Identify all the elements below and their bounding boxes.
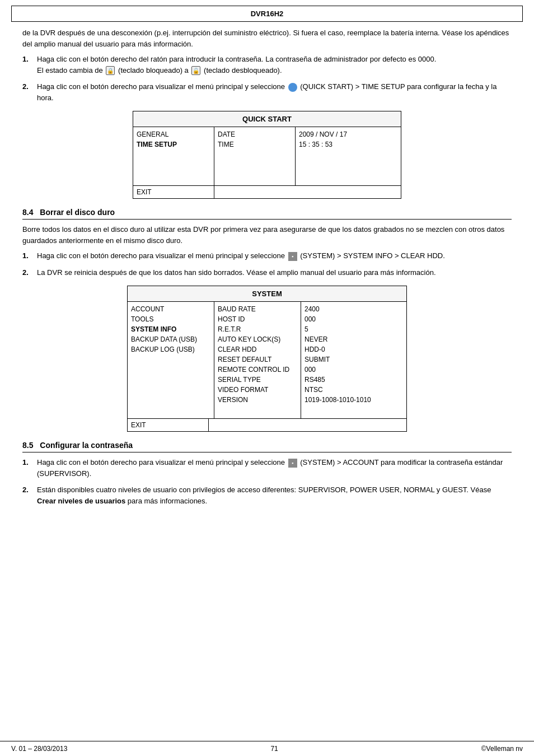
s84-step1-content: Haga clic con el botón derecho para visu… (37, 250, 512, 262)
s84-step2-text: La DVR se reinicia después de que los da… (37, 268, 436, 277)
system-menu-footer: EXIT (128, 418, 406, 431)
system-menu-title: SYSTEM (128, 286, 406, 302)
qs-mid-spacer (218, 150, 292, 183)
sys-mid-4: CLEAR HDD (218, 344, 297, 354)
sys-mid-2: R.E.T.R (218, 324, 297, 334)
quick-start-footer: EXIT (133, 185, 401, 198)
sys-mid-7: SERIAL TYPE (218, 375, 297, 385)
step-2: 2. Haga clic con el botón derecho para v… (22, 81, 512, 103)
s84-step1-path: (SYSTEM) > SYSTEM INFO > CLEAR HDD. (300, 251, 445, 260)
sys-mid-0: BAUD RATE (218, 304, 297, 314)
sys-left-spacer (131, 354, 210, 388)
sys-left-4: BACKUP LOG (USB) (131, 344, 210, 354)
step-1-text3: (teclado desbloqueado). (204, 66, 282, 74)
step-1-text2: El estado cambia de (37, 66, 103, 74)
sys-right-8: NTSC (305, 385, 403, 395)
quick-start-menu: QUICK START GENERAL TIME SETUP DATE TIME… (133, 111, 401, 199)
system-menu: SYSTEM ACCOUNT TOOLS SYSTEM INFO BACKUP … (127, 286, 407, 432)
section-85-step-1: 1. Haga clic con el botón derecho para v… (22, 457, 512, 479)
step-2-number: 2. (22, 81, 34, 103)
unlock-icon: 🔓 (191, 66, 200, 75)
s85-step1-number: 1. (22, 457, 34, 479)
quick-start-title: QUICK START (133, 111, 401, 127)
system-col-right: 2400 000 5 NEVER HDD-0 SUBMIT 000 RS485 … (301, 302, 406, 418)
system-col-left: ACCOUNT TOOLS SYSTEM INFO BACKUP DATA (U… (128, 302, 214, 418)
sys-mid-1: HOST ID (218, 314, 297, 324)
s84-step2-number: 2. (22, 267, 34, 278)
section-85-heading: 8.5 Configurar la contraseña (22, 441, 512, 452)
section-85-number: 8.5 (22, 441, 33, 450)
system-menu-body: ACCOUNT TOOLS SYSTEM INFO BACKUP DATA (U… (128, 302, 406, 418)
sys-left-3: BACKUP DATA (USB) (131, 334, 210, 344)
step-2-content: Haga clic con el botón derecho para visu… (37, 81, 512, 103)
sys-left-2: SYSTEM INFO (131, 324, 210, 334)
s85-step1-text: Haga clic con el botón derecho para visu… (37, 458, 285, 466)
qs-left-row-0: GENERAL (137, 129, 210, 139)
quick-start-col-right: 2009 / NOV / 17 15 : 35 : 53 (296, 127, 401, 185)
lock-icon: 🔒 (106, 66, 115, 75)
step-1-number: 1. (22, 54, 34, 76)
footer-left: V. 01 – 28/03/2013 (11, 745, 67, 753)
s84-step2-content: La DVR se reinicia después de que los da… (37, 267, 512, 278)
sys-left-0: ACCOUNT (131, 304, 210, 314)
quick-start-body: GENERAL TIME SETUP DATE TIME 2009 / NOV … (133, 127, 401, 185)
sys-left-1: TOOLS (131, 314, 210, 324)
step-1-content: Haga clic con el botón derecho del ratón… (37, 54, 512, 76)
step-1-text1: Haga clic con el botón derecho del ratón… (37, 55, 436, 63)
step-2-text: Haga clic con el botón derecho para visu… (37, 82, 285, 91)
page-header: DVR16H2 (11, 6, 523, 22)
s85-step1-content: Haga clic con el botón derecho para visu… (37, 457, 512, 479)
system-icon-2: ▪ (288, 459, 297, 468)
quick-start-icon (288, 83, 297, 92)
sys-right-5: SUBMIT (305, 354, 403, 365)
section-84-title: Borrar el disco duro (40, 208, 115, 217)
step-1-mid-text: (teclado bloqueado) a (118, 66, 189, 74)
page-footer: V. 01 – 28/03/2013 71 ©Velleman nv (0, 741, 534, 756)
qs-left-spacer (137, 150, 210, 183)
sys-footer-right (209, 419, 406, 431)
sys-mid-3: AUTO KEY LOCK(S) (218, 334, 297, 344)
qs-right-row-0: 2009 / NOV / 17 (299, 129, 397, 139)
step-1: 1. Haga clic con el botón derecho del ra… (22, 54, 512, 76)
s84-step1-number: 1. (22, 250, 34, 262)
sys-right-0: 2400 (305, 304, 403, 314)
section-84-intro: Borre todos los datos en el disco duro a… (22, 224, 512, 246)
sys-mid-spacer (218, 405, 297, 416)
section-85-title: Configurar la contraseña (40, 441, 133, 450)
sys-mid-5: RESET DEFAULT (218, 354, 297, 365)
s84-step1-text: Haga clic con el botón derecho para visu… (37, 251, 285, 260)
s85-step2-text1: Están disponibles cuatro niveles de usua… (37, 486, 491, 494)
sys-right-9: 1019-1008-1010-1010 (305, 395, 403, 405)
section-84-number: 8.4 (22, 208, 33, 217)
sys-mid-6: REMOTE CONTROL ID (218, 365, 297, 375)
sys-right-2: 5 (305, 324, 403, 334)
qs-mid-row-0: DATE (218, 129, 292, 139)
sys-right-1: 000 (305, 314, 403, 324)
sys-right-7: RS485 (305, 375, 403, 385)
header-title: DVR16H2 (251, 10, 284, 18)
qs-footer-exit: EXIT (133, 186, 214, 198)
qs-right-row-1: 15 : 35 : 53 (299, 139, 397, 150)
section-85-step-2: 2. Están disponibles cuatro niveles de u… (22, 484, 512, 506)
s85-step2-content: Están disponibles cuatro niveles de usua… (37, 484, 512, 506)
quick-start-col-mid: DATE TIME (214, 127, 296, 185)
sys-mid-9: VERSION (218, 395, 297, 405)
sys-right-6: 000 (305, 365, 403, 375)
sys-right-4: HDD-0 (305, 344, 403, 354)
section-84-step-2: 2. La DVR se reinicia después de que los… (22, 267, 512, 278)
quick-start-col-left: GENERAL TIME SETUP (133, 127, 214, 185)
sys-right-3: NEVER (305, 334, 403, 344)
system-col-mid: BAUD RATE HOST ID R.E.T.R AUTO KEY LOCK(… (214, 302, 301, 418)
s85-step2-bold: Crear niveles de usuarios (37, 497, 125, 505)
section-84-step-1: 1. Haga clic con el botón derecho para v… (22, 250, 512, 262)
sys-mid-8: VIDEO FORMAT (218, 385, 297, 395)
sys-footer-exit: EXIT (128, 419, 209, 431)
section-84-heading: 8.4 Borrar el disco duro (22, 208, 512, 220)
qs-footer-right (214, 186, 401, 198)
s85-step2-number: 2. (22, 484, 34, 506)
qs-mid-row-1: TIME (218, 139, 292, 150)
qs-left-row-1: TIME SETUP (137, 139, 210, 150)
sys-right-spacer (305, 405, 403, 416)
s85-step2-text2: para más informaciones. (125, 497, 207, 505)
intro-paragraph: de la DVR después de una desconexión (p.… (22, 27, 512, 49)
